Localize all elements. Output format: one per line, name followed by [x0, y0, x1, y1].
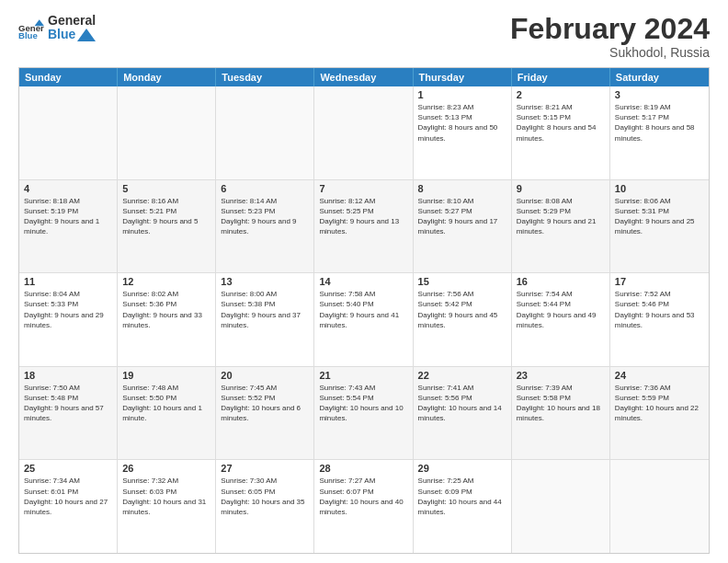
day-number: 6: [221, 183, 309, 194]
header-tuesday: Tuesday: [216, 68, 314, 86]
day-number: 16: [517, 276, 605, 287]
calendar-cell: 20Sunrise: 7:45 AMSunset: 5:52 PMDayligh…: [216, 367, 314, 460]
logo: General Blue General Blue: [18, 14, 96, 42]
day-number: 22: [418, 370, 506, 381]
header-friday: Friday: [512, 68, 610, 86]
day-info: Sunrise: 7:34 AMSunset: 6:01 PMDaylight:…: [24, 476, 112, 517]
day-info: Sunrise: 8:19 AMSunset: 5:17 PMDaylight:…: [615, 102, 704, 144]
calendar-cell: 8Sunrise: 8:10 AMSunset: 5:27 PMDaylight…: [414, 180, 512, 273]
day-number: 17: [615, 276, 704, 287]
calendar-cell: 28Sunrise: 7:27 AMSunset: 6:07 PMDayligh…: [314, 460, 413, 553]
calendar-cell: 9Sunrise: 8:08 AMSunset: 5:29 PMDaylight…: [512, 180, 610, 273]
calendar-row: 18Sunrise: 7:50 AMSunset: 5:48 PMDayligh…: [19, 367, 709, 461]
day-number: 9: [517, 183, 605, 194]
calendar-cell: 5Sunrise: 8:16 AMSunset: 5:21 PMDaylight…: [118, 180, 216, 273]
day-number: 26: [122, 463, 210, 474]
day-info: Sunrise: 8:08 AMSunset: 5:29 PMDaylight:…: [517, 196, 605, 237]
day-number: 8: [418, 183, 506, 194]
calendar-cell: 11Sunrise: 8:04 AMSunset: 5:33 PMDayligh…: [19, 273, 118, 366]
day-info: Sunrise: 7:39 AMSunset: 5:58 PMDaylight:…: [517, 383, 605, 424]
calendar-cell: 2Sunrise: 8:21 AMSunset: 5:15 PMDaylight…: [512, 86, 610, 179]
day-info: Sunrise: 8:18 AMSunset: 5:19 PMDaylight:…: [24, 196, 112, 237]
day-info: Sunrise: 7:25 AMSunset: 6:09 PMDaylight:…: [418, 476, 506, 517]
calendar-cell: 18Sunrise: 7:50 AMSunset: 5:48 PMDayligh…: [19, 367, 118, 460]
calendar-cell: 17Sunrise: 7:52 AMSunset: 5:46 PMDayligh…: [610, 273, 709, 366]
page: General Blue General Blue February 2024 …: [0, 0, 728, 563]
calendar-row: 1Sunrise: 8:23 AMSunset: 5:13 PMDaylight…: [19, 86, 709, 180]
day-number: 1: [418, 89, 506, 100]
calendar-cell: 15Sunrise: 7:56 AMSunset: 5:42 PMDayligh…: [414, 273, 512, 366]
day-info: Sunrise: 7:36 AMSunset: 5:59 PMDaylight:…: [615, 383, 704, 424]
calendar-cell: 24Sunrise: 7:36 AMSunset: 5:59 PMDayligh…: [610, 367, 709, 460]
day-info: Sunrise: 8:06 AMSunset: 5:31 PMDaylight:…: [615, 196, 704, 237]
day-info: Sunrise: 7:58 AMSunset: 5:40 PMDaylight:…: [319, 289, 407, 330]
day-info: Sunrise: 7:56 AMSunset: 5:42 PMDaylight:…: [418, 289, 506, 330]
header-thursday: Thursday: [414, 68, 512, 86]
header-wednesday: Wednesday: [314, 68, 413, 86]
calendar-row: 25Sunrise: 7:34 AMSunset: 6:01 PMDayligh…: [19, 460, 709, 553]
day-info: Sunrise: 7:30 AMSunset: 6:05 PMDaylight:…: [221, 476, 309, 517]
day-info: Sunrise: 8:21 AMSunset: 5:15 PMDaylight:…: [517, 102, 605, 144]
header-monday: Monday: [118, 68, 216, 86]
day-number: 27: [221, 463, 309, 474]
header-saturday: Saturday: [610, 68, 709, 86]
day-info: Sunrise: 8:00 AMSunset: 5:38 PMDaylight:…: [221, 289, 309, 330]
calendar-cell: 1Sunrise: 8:23 AMSunset: 5:13 PMDaylight…: [414, 86, 512, 179]
day-info: Sunrise: 8:04 AMSunset: 5:33 PMDaylight:…: [24, 289, 112, 330]
day-info: Sunrise: 7:43 AMSunset: 5:54 PMDaylight:…: [319, 383, 407, 424]
day-info: Sunrise: 7:41 AMSunset: 5:56 PMDaylight:…: [418, 383, 506, 424]
day-info: Sunrise: 7:54 AMSunset: 5:44 PMDaylight:…: [517, 289, 605, 330]
day-info: Sunrise: 7:27 AMSunset: 6:07 PMDaylight:…: [319, 476, 407, 517]
day-number: 15: [418, 276, 506, 287]
day-number: 7: [319, 183, 407, 194]
calendar-cell: [216, 86, 314, 179]
day-info: Sunrise: 7:50 AMSunset: 5:48 PMDaylight:…: [24, 383, 112, 424]
logo-general: General: [48, 14, 96, 28]
day-number: 11: [24, 276, 112, 287]
calendar-cell: 6Sunrise: 8:14 AMSunset: 5:23 PMDaylight…: [216, 180, 314, 273]
calendar-cell: [118, 86, 216, 179]
day-number: 23: [517, 370, 605, 381]
day-number: 3: [615, 89, 704, 100]
calendar-cell: 29Sunrise: 7:25 AMSunset: 6:09 PMDayligh…: [414, 460, 512, 553]
calendar-cell: [19, 86, 118, 179]
calendar: Sunday Monday Tuesday Wednesday Thursday…: [18, 67, 710, 554]
calendar-cell: 7Sunrise: 8:12 AMSunset: 5:25 PMDaylight…: [314, 180, 413, 273]
calendar-cell: 3Sunrise: 8:19 AMSunset: 5:17 PMDaylight…: [610, 86, 709, 179]
day-number: 25: [24, 463, 112, 474]
main-title: February 2024: [510, 14, 710, 43]
calendar-cell: 21Sunrise: 7:43 AMSunset: 5:54 PMDayligh…: [314, 367, 413, 460]
calendar-cell: 10Sunrise: 8:06 AMSunset: 5:31 PMDayligh…: [610, 180, 709, 273]
day-info: Sunrise: 7:45 AMSunset: 5:52 PMDaylight:…: [221, 383, 309, 424]
svg-marker-3: [77, 29, 96, 41]
calendar-cell: [512, 460, 610, 553]
header-sunday: Sunday: [19, 68, 118, 86]
calendar-cell: [314, 86, 413, 179]
day-info: Sunrise: 8:02 AMSunset: 5:36 PMDaylight:…: [122, 289, 210, 330]
calendar-cell: 19Sunrise: 7:48 AMSunset: 5:50 PMDayligh…: [118, 367, 216, 460]
day-number: 14: [319, 276, 407, 287]
calendar-row: 11Sunrise: 8:04 AMSunset: 5:33 PMDayligh…: [19, 273, 709, 367]
logo-blue: Blue: [48, 28, 96, 41]
header: General Blue General Blue February 2024 …: [18, 14, 710, 60]
subtitle: Sukhodol, Russia: [510, 45, 710, 60]
day-number: 28: [319, 463, 407, 474]
logo-icon: General Blue: [18, 15, 44, 40]
calendar-cell: 14Sunrise: 7:58 AMSunset: 5:40 PMDayligh…: [314, 273, 413, 366]
day-info: Sunrise: 8:14 AMSunset: 5:23 PMDaylight:…: [221, 196, 309, 237]
day-info: Sunrise: 8:12 AMSunset: 5:25 PMDaylight:…: [319, 196, 407, 237]
calendar-cell: 25Sunrise: 7:34 AMSunset: 6:01 PMDayligh…: [19, 460, 118, 553]
day-number: 19: [122, 370, 210, 381]
day-info: Sunrise: 7:52 AMSunset: 5:46 PMDaylight:…: [615, 289, 704, 330]
day-number: 5: [122, 183, 210, 194]
calendar-cell: 13Sunrise: 8:00 AMSunset: 5:38 PMDayligh…: [216, 273, 314, 366]
calendar-cell: 22Sunrise: 7:41 AMSunset: 5:56 PMDayligh…: [414, 367, 512, 460]
day-info: Sunrise: 7:48 AMSunset: 5:50 PMDaylight:…: [122, 383, 210, 424]
svg-text:Blue: Blue: [18, 31, 38, 41]
title-block: February 2024 Sukhodol, Russia: [510, 14, 710, 60]
day-number: 20: [221, 370, 309, 381]
day-number: 29: [418, 463, 506, 474]
calendar-cell: 27Sunrise: 7:30 AMSunset: 6:05 PMDayligh…: [216, 460, 314, 553]
day-number: 18: [24, 370, 112, 381]
day-info: Sunrise: 7:32 AMSunset: 6:03 PMDaylight:…: [122, 476, 210, 517]
